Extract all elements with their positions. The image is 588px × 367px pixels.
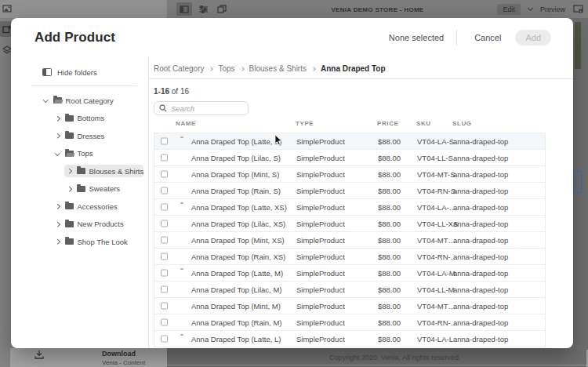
tree-expand-chevron-icon[interactable] <box>55 222 60 227</box>
cell-price: $88.00 <box>378 203 401 212</box>
edit-mode-button[interactable]: Edit <box>497 4 521 15</box>
tree-item[interactable]: New Products <box>11 216 148 234</box>
folder-icon <box>65 133 74 139</box>
cell-slug: anna-draped-top <box>453 154 508 162</box>
cell-price: $88.00 <box>378 269 401 278</box>
row-checkbox[interactable] <box>161 220 168 227</box>
tree-item[interactable]: Blouses & Shirts <box>11 162 148 180</box>
tree-item[interactable]: Sweaters <box>11 180 148 198</box>
dialog-title: Add Product <box>34 30 115 45</box>
cell-slug: anna-draped-top <box>453 187 508 195</box>
table-body: Anna Draped Top (Latte, S) SimpleProduct… <box>154 133 546 347</box>
edit-mode-chevron-down-icon[interactable] <box>528 5 533 11</box>
preview-button[interactable]: Preview <box>540 5 565 13</box>
copy-pages-icon[interactable] <box>216 2 228 16</box>
cell-type: SimpleProduct <box>296 318 345 327</box>
row-checkbox[interactable] <box>161 336 168 343</box>
cell-slug: anna-draped-top <box>453 137 508 146</box>
table-row[interactable]: Anna Draped Top (Lilac, M) SimpleProduct… <box>154 282 545 298</box>
row-checkbox[interactable] <box>161 171 168 178</box>
row-checkbox[interactable] <box>161 138 168 145</box>
tree-expand-chevron-icon[interactable] <box>55 116 60 121</box>
search-icon <box>159 104 167 112</box>
row-checkbox[interactable] <box>161 154 168 162</box>
breadcrumb-link[interactable]: Root Category <box>154 64 204 73</box>
download-block[interactable]: Download Venia - Content <box>34 350 145 366</box>
cell-slug: anna-draped-top <box>453 318 508 327</box>
row-checkbox[interactable] <box>161 319 168 326</box>
cell-name: Anna Draped Top (Rain, M) <box>191 318 281 327</box>
table-row[interactable]: Anna Draped Top (Rain, XS) SimpleProduct… <box>154 249 545 265</box>
table-row[interactable]: Anna Draped Top (Latte, L) SimpleProduct… <box>154 331 545 347</box>
tree-expand-chevron-icon[interactable] <box>55 204 60 209</box>
row-checkbox[interactable] <box>161 270 168 277</box>
table-row[interactable]: Anna Draped Top (Latte, XS) SimpleProduc… <box>154 199 545 216</box>
table-row[interactable]: Anna Draped Top (Latte, S) SimpleProduct… <box>154 133 545 150</box>
breadcrumb-link[interactable]: Tops <box>218 64 234 73</box>
folder-icon <box>77 168 85 174</box>
table-row[interactable]: Anna Draped Top (Mint, XS) SimpleProduct… <box>154 232 545 249</box>
breadcrumb-separator-icon <box>311 67 316 71</box>
add-button[interactable]: Add <box>515 30 551 45</box>
filters-icon[interactable] <box>197 2 209 16</box>
tree-expand-chevron-icon[interactable] <box>43 97 48 102</box>
mouse-cursor <box>274 134 283 146</box>
table-row[interactable]: Anna Draped Top (Mint, M) SimpleProduct … <box>154 298 545 314</box>
search-input[interactable] <box>171 104 243 113</box>
result-count: 1-16 of 16 <box>154 87 573 96</box>
cell-type: SimpleProduct <box>296 285 345 294</box>
hide-folders-toggle[interactable]: Hide folders <box>42 65 148 79</box>
column-header-price: PRICE <box>377 120 398 127</box>
table-header-row: NAME TYPE PRICE SKU SLUG <box>154 120 546 133</box>
top-bar-side-panel-section <box>0 0 167 18</box>
table-row[interactable]: Anna Draped Top (Latte, M) SimpleProduct… <box>154 265 545 282</box>
tree-item[interactable]: Root Category <box>11 92 148 110</box>
row-checkbox[interactable] <box>161 237 168 244</box>
cell-type: SimpleProduct <box>296 203 345 212</box>
top-bar-main-section: VENIA DEMO STORE - HOME Edit Preview <box>167 0 588 18</box>
row-thumbnail-placeholder <box>180 268 183 270</box>
table-row[interactable]: Anna Draped Top (Mint, S) SimpleProduct … <box>154 166 545 183</box>
tree-expand-chevron-icon[interactable] <box>55 151 60 155</box>
header-divider <box>456 30 457 45</box>
table-row[interactable]: Anna Draped Top (Lilac, S) SimpleProduct… <box>154 150 545 166</box>
row-checkbox[interactable] <box>161 187 168 194</box>
cell-price: $88.00 <box>378 302 401 311</box>
tree-item[interactable]: Tops <box>11 145 148 163</box>
download-label: Download <box>102 350 145 358</box>
tree-expand-chevron-icon[interactable] <box>67 187 71 191</box>
cell-sku: VT04-RN-… <box>417 253 458 261</box>
tree-expand-chevron-icon[interactable] <box>55 133 60 138</box>
cell-sku: VT04-RN-S <box>417 187 456 195</box>
folder-icon <box>65 203 74 209</box>
table-row[interactable]: Anna Draped Top (Rain, M) SimpleProduct … <box>154 314 545 331</box>
table-row[interactable]: Anna Draped Top (Lilac, XS) SimpleProduc… <box>154 216 545 232</box>
cell-slug: anna-draped-top <box>453 285 508 294</box>
side-panel-toggle-icon[interactable] <box>176 2 192 16</box>
row-checkbox[interactable] <box>161 253 168 260</box>
tree-item[interactable]: Accessories <box>11 198 148 216</box>
cell-sku: VT04-LA-S <box>417 137 454 146</box>
cell-sku: VT04-LA-M <box>417 269 456 278</box>
panel-toggle-icon <box>42 68 52 76</box>
cancel-button[interactable]: Cancel <box>470 30 506 45</box>
row-checkbox[interactable] <box>161 204 168 211</box>
cell-type: SimpleProduct <box>296 302 345 311</box>
results-panel: Root CategoryTopsBlouses & ShirtsAnna Dr… <box>149 57 573 348</box>
tree-item[interactable]: Shop The Look <box>11 233 148 251</box>
breadcrumb-link[interactable]: Blouses & Shirts <box>249 64 307 73</box>
table-row[interactable]: Anna Draped Top (Rain, S) SimpleProduct … <box>154 183 545 199</box>
row-checkbox[interactable] <box>161 286 168 293</box>
cell-slug: anna-draped-top <box>453 253 508 261</box>
devices-emulator-icon[interactable] <box>573 5 583 13</box>
cell-name: Anna Draped Top (Lilac, XS) <box>191 220 285 228</box>
tree-item[interactable]: Bottoms <box>11 110 148 128</box>
tree-item[interactable]: Dresses <box>11 127 148 145</box>
cell-name: Anna Draped Top (Latte, M) <box>191 269 283 278</box>
tree-expand-chevron-icon[interactable] <box>67 169 71 173</box>
tree-expand-chevron-icon[interactable] <box>55 239 60 244</box>
column-header-name: NAME <box>176 120 196 127</box>
assets-icon[interactable] <box>2 4 12 13</box>
row-checkbox[interactable] <box>161 303 168 310</box>
cell-price: $88.00 <box>378 318 401 327</box>
